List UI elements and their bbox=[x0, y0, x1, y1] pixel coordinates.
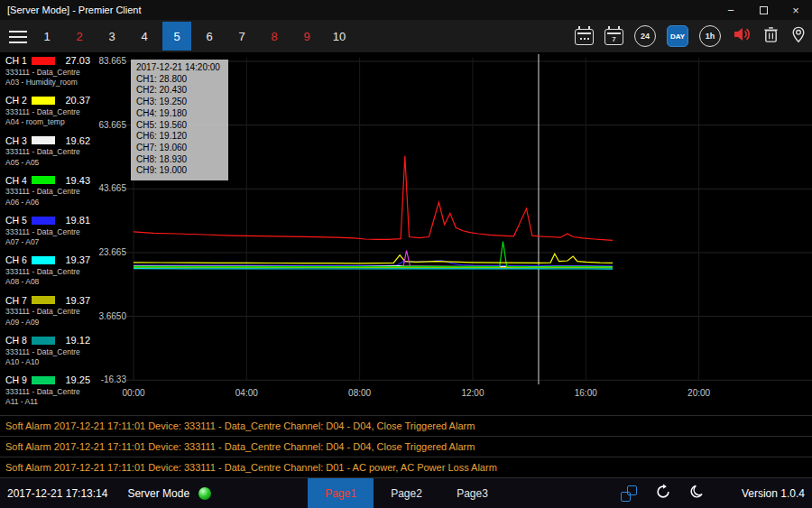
channel-point: A09 - A09 bbox=[5, 318, 94, 327]
page-button-4[interactable]: 4 bbox=[130, 22, 159, 51]
tooltip-timestamp: 2017-12-21 14:20:00 bbox=[136, 62, 220, 74]
channel-point: A06 - A06 bbox=[5, 198, 94, 207]
channel-color-swatch bbox=[32, 296, 55, 304]
channel-item[interactable]: CH 127.03333111 - Data_CentreA03 - Humid… bbox=[0, 52, 94, 92]
chart-tooltip: 2017-12-21 14:20:00CH1: 28.800CH2: 20.43… bbox=[131, 60, 228, 180]
alarm-row[interactable]: Soft Alarm 2017-12-21 17:11:01 Device: 3… bbox=[0, 416, 812, 437]
hours-24-icon[interactable]: 24 bbox=[634, 25, 656, 47]
channel-row: CH 719.37 bbox=[5, 295, 94, 306]
page-button-6[interactable]: 6 bbox=[195, 22, 224, 51]
tooltip-row: CH5: 19.560 bbox=[136, 120, 220, 132]
trend-chart[interactable]: 83.66563.66543.66523.6653.6650-16.33 00:… bbox=[0, 52, 812, 415]
minimize-button[interactable]: − bbox=[715, 0, 747, 20]
tooltip-row: CH8: 18.930 bbox=[136, 154, 220, 166]
channel-device: 333111 - Data_Centre bbox=[5, 68, 94, 77]
page-tabs: Page1Page2Page3 bbox=[308, 478, 505, 508]
channel-row: CH 619.37 bbox=[5, 254, 94, 265]
channel-device: 333111 - Data_Centre bbox=[5, 227, 94, 236]
mode-label: Server Mode bbox=[127, 487, 189, 500]
tab-page1[interactable]: Page1 bbox=[308, 478, 374, 508]
channel-point: A08 - A08 bbox=[5, 277, 94, 286]
x-tick-label: 08:00 bbox=[337, 388, 383, 398]
channel-id: CH 4 bbox=[5, 175, 27, 186]
y-tick-label: 43.665 bbox=[88, 183, 126, 193]
channel-color-swatch bbox=[32, 217, 55, 225]
hours-24-label: 24 bbox=[641, 32, 650, 41]
channel-item[interactable]: CH 719.37333111 - Data_CentreA09 - A09 bbox=[0, 292, 94, 332]
series-CH2 bbox=[134, 254, 613, 263]
tab-page2[interactable]: Page2 bbox=[374, 478, 439, 508]
sync-icon[interactable] bbox=[655, 484, 671, 503]
channel-id: CH 3 bbox=[5, 135, 27, 146]
close-button[interactable]: × bbox=[780, 0, 812, 20]
x-tick-label: 12:00 bbox=[450, 388, 495, 398]
channel-color-swatch bbox=[32, 97, 55, 105]
calendar-dots bbox=[576, 34, 593, 43]
x-tick-label: 00:00 bbox=[111, 388, 156, 398]
mode-indicator: Server Mode bbox=[127, 487, 211, 500]
status-green-dot-icon bbox=[198, 487, 211, 500]
page-button-5[interactable]: 5 bbox=[162, 22, 191, 51]
menu-icon[interactable] bbox=[9, 31, 27, 47]
x-tick-label: 20:00 bbox=[677, 388, 722, 398]
channel-value: 19.12 bbox=[65, 335, 90, 346]
channel-item[interactable]: CH 220.37333111 - Data_CentreA04 - room_… bbox=[0, 92, 94, 132]
day-range-button[interactable]: DAY bbox=[667, 25, 688, 47]
calendar-week-icon[interactable]: 7 bbox=[604, 29, 623, 45]
channel-value: 19.43 bbox=[65, 175, 90, 186]
alarm-row[interactable]: Soft Alarm 2017-12-21 17:11:01 Device: 3… bbox=[0, 437, 812, 457]
page-button-2[interactable]: 2 bbox=[65, 22, 94, 51]
maximize-icon bbox=[760, 6, 768, 14]
channel-row: CH 919.25 bbox=[5, 374, 94, 385]
y-tick-label: 63.665 bbox=[88, 120, 126, 130]
channel-color-swatch bbox=[32, 376, 55, 384]
channel-item[interactable]: CH 419.43333111 - Data_CentreA06 - A06 bbox=[0, 172, 94, 212]
page-button-8[interactable]: 8 bbox=[260, 22, 289, 51]
channel-row: CH 519.81 bbox=[5, 215, 94, 226]
titlebar: [Server Mode] - Premier Client − × bbox=[0, 0, 812, 20]
channel-point: A03 - Humidity_room bbox=[5, 78, 94, 87]
tooltip-row: CH7: 19.060 bbox=[136, 143, 220, 154]
channel-value: 19.81 bbox=[65, 215, 90, 226]
page-number-bar: 12345678910 bbox=[32, 20, 354, 52]
channel-device: 333111 - Data_Centre bbox=[5, 347, 94, 356]
channel-item[interactable]: CH 819.12333111 - Data_CentreA10 - A10 bbox=[0, 332, 94, 372]
window-controls: − × bbox=[715, 0, 812, 20]
app-window: [Server Mode] - Premier Client − × 12345… bbox=[0, 0, 812, 508]
alarm-sound-icon[interactable] bbox=[732, 24, 752, 48]
channel-item[interactable]: CH 319.62333111 - Data_CentreA05 - A05 bbox=[0, 133, 94, 172]
channel-item[interactable]: CH 519.81333111 - Data_CentreA07 - A07 bbox=[0, 212, 94, 252]
channel-row: CH 220.37 bbox=[5, 95, 94, 106]
page-button-7[interactable]: 7 bbox=[227, 22, 256, 51]
page-button-10[interactable]: 10 bbox=[325, 22, 354, 51]
location-pin-icon[interactable] bbox=[790, 25, 807, 48]
page-button-9[interactable]: 9 bbox=[292, 22, 321, 51]
version-label: Version 1.0.4 bbox=[742, 478, 805, 508]
toolbar-icons: 7 24 DAY 1h bbox=[575, 20, 807, 52]
hour-1h-label: 1h bbox=[706, 32, 715, 41]
maximize-button[interactable] bbox=[747, 0, 780, 20]
channel-id: CH 2 bbox=[5, 95, 27, 106]
channel-id: CH 1 bbox=[5, 55, 27, 66]
alarm-list: Soft Alarm 2017-12-21 17:11:01 Device: 3… bbox=[0, 415, 812, 478]
channel-value: 19.62 bbox=[65, 135, 90, 146]
chart-canvas bbox=[0, 52, 812, 415]
trash-icon[interactable] bbox=[762, 25, 780, 48]
calendar-history-icon[interactable] bbox=[575, 29, 594, 45]
channel-id: CH 7 bbox=[5, 295, 27, 306]
page-button-3[interactable]: 3 bbox=[97, 22, 126, 51]
hour-1h-icon[interactable]: 1h bbox=[699, 25, 721, 47]
tab-page3[interactable]: Page3 bbox=[439, 478, 505, 508]
channel-value: 20.37 bbox=[65, 95, 90, 106]
channel-value: 19.37 bbox=[65, 254, 90, 265]
windows-layout-icon[interactable] bbox=[621, 485, 637, 502]
channel-color-swatch bbox=[32, 57, 55, 65]
page-button-1[interactable]: 1 bbox=[32, 22, 61, 51]
statusbar-left: 2017-12-21 17:13:14 Server Mode bbox=[7, 478, 211, 508]
night-mode-icon[interactable] bbox=[689, 484, 706, 503]
channel-point: A04 - room_temp bbox=[5, 117, 94, 126]
channel-item[interactable]: CH 919.25333111 - Data_CentreA11 - A11 bbox=[0, 372, 94, 411]
alarm-row[interactable]: Soft Alarm 2017-12-21 17:11:01 Device: 3… bbox=[0, 457, 812, 478]
channel-point: A07 - A07 bbox=[5, 237, 94, 246]
channel-item[interactable]: CH 619.37333111 - Data_CentreA08 - A08 bbox=[0, 252, 94, 291]
